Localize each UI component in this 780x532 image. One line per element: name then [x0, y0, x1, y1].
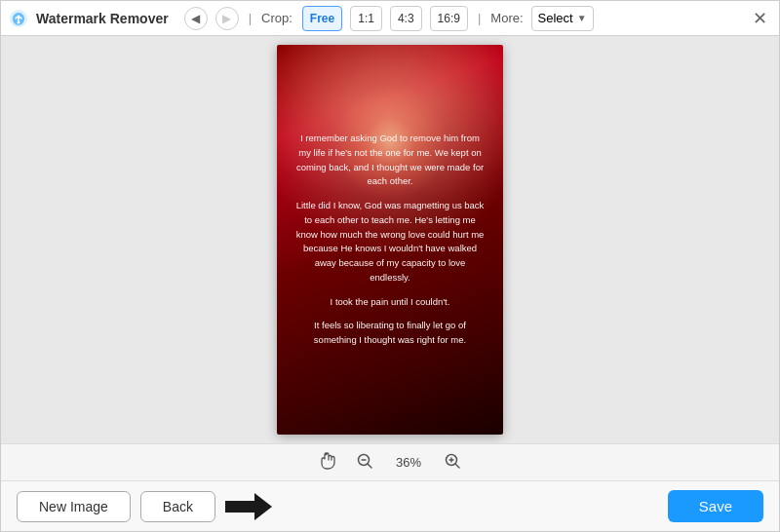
- title-bar: Watermark Remover ◀ ▶ | Crop: Free 1:1 4…: [1, 1, 779, 36]
- zoom-level: 36%: [389, 455, 428, 470]
- crop-free-button[interactable]: Free: [302, 6, 342, 31]
- action-bar: New Image Back Save: [1, 480, 779, 531]
- zoom-out-button[interactable]: [352, 448, 377, 476]
- arrow-indicator: [225, 491, 272, 522]
- close-button[interactable]: ✕: [749, 6, 771, 31]
- image-paragraph-1: I remember asking God to remove him from…: [294, 132, 486, 189]
- zoom-in-button[interactable]: [440, 448, 465, 476]
- toolbar-separator-2: |: [478, 11, 481, 25]
- hand-tool-button[interactable]: [315, 448, 340, 476]
- nav-forward-button[interactable]: ▶: [215, 7, 239, 30]
- svg-point-1: [18, 20, 20, 23]
- svg-line-4: [368, 464, 371, 468]
- crop-4-3-button[interactable]: 4:3: [390, 6, 422, 31]
- image-display: I remember asking God to remove him from…: [277, 45, 503, 435]
- zoom-in-icon: [444, 452, 461, 473]
- image-paragraph-2: Little did I know, God was magnetting us…: [294, 199, 486, 285]
- svg-marker-10: [254, 493, 272, 520]
- image-container: I remember asking God to remove him from…: [277, 45, 503, 435]
- crop-label: Crop:: [261, 11, 292, 25]
- back-button[interactable]: Back: [140, 491, 215, 522]
- svg-line-8: [455, 464, 459, 468]
- zoom-out-icon: [356, 452, 373, 473]
- dropdown-arrow-icon: ▼: [577, 13, 587, 23]
- crop-16-9-button[interactable]: 16:9: [430, 6, 468, 31]
- image-paragraph-4: It feels so liberating to finally let go…: [294, 319, 486, 347]
- svg-rect-9: [225, 501, 254, 513]
- arrow-icon: [225, 491, 272, 522]
- new-image-button[interactable]: New Image: [17, 491, 131, 522]
- nav-back-button[interactable]: ◀: [184, 7, 208, 30]
- save-button[interactable]: Save: [668, 490, 763, 522]
- more-label: More:: [490, 11, 523, 25]
- toolbar-separator: |: [249, 11, 252, 25]
- select-dropdown[interactable]: Select ▼: [531, 6, 594, 31]
- hand-icon: [319, 452, 336, 473]
- image-text: I remember asking God to remove him from…: [277, 45, 503, 435]
- app-title: Watermark Remover: [36, 11, 169, 26]
- canvas-area: I remember asking God to remove him from…: [1, 36, 779, 443]
- image-paragraph-3: I took the pain until I couldn't.: [331, 295, 450, 310]
- select-label: Select: [538, 11, 573, 25]
- zoom-bar: 36%: [1, 443, 779, 480]
- crop-1-1-button[interactable]: 1:1: [350, 6, 382, 31]
- app-logo-icon: [9, 9, 28, 28]
